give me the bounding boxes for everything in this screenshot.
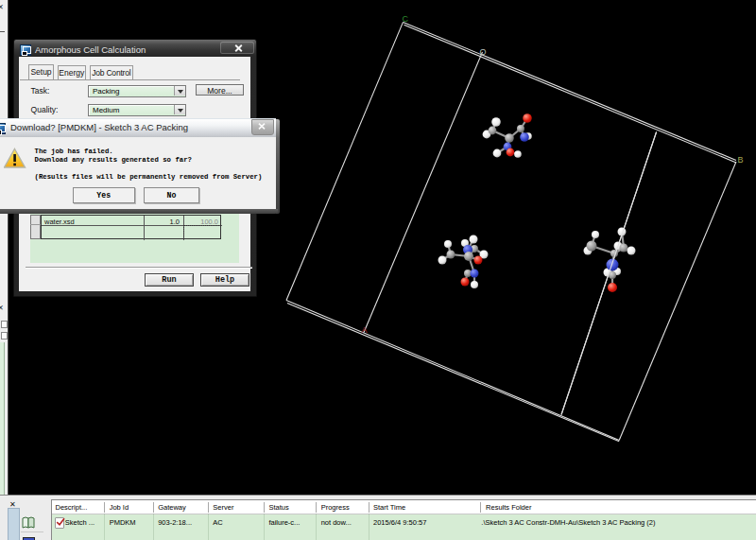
svg-text:C: C (403, 14, 409, 24)
svg-text:O: O (480, 47, 487, 57)
svg-text:A: A (362, 325, 368, 335)
svg-text:B: B (738, 155, 744, 165)
